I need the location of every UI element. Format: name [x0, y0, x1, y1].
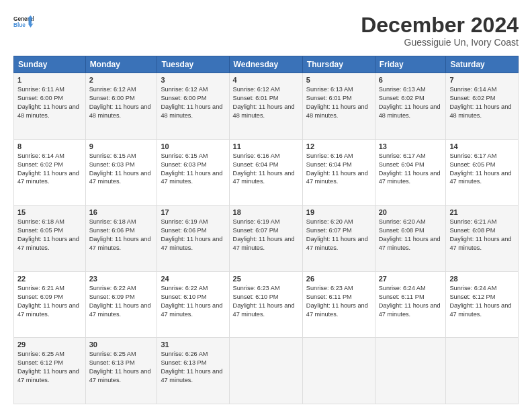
table-row: 14Sunrise: 6:17 AMSunset: 6:05 PMDayligh…: [446, 139, 519, 205]
svg-text:Blue: Blue: [13, 22, 26, 28]
logo-icon: General Blue: [13, 13, 34, 34]
day-number: 20: [379, 208, 443, 216]
logo: General Blue: [13, 13, 34, 34]
day-number: 31: [161, 340, 225, 349]
table-row: 31Sunrise: 6:26 AMSunset: 6:13 PMDayligh…: [157, 338, 229, 404]
day-number: 8: [17, 142, 82, 150]
calendar-body: 1Sunrise: 6:11 AMSunset: 6:00 PMDaylight…: [14, 73, 519, 404]
table-row: [375, 338, 446, 404]
day-number: 2: [89, 76, 154, 84]
day-info: Sunrise: 6:20 AMSunset: 6:08 PMDaylight:…: [379, 218, 443, 253]
table-row: 13Sunrise: 6:17 AMSunset: 6:04 PMDayligh…: [375, 139, 446, 205]
day-number: 3: [161, 76, 225, 84]
table-row: 27Sunrise: 6:24 AMSunset: 6:11 PMDayligh…: [375, 271, 446, 338]
day-info: Sunrise: 6:17 AMSunset: 6:05 PMDaylight:…: [449, 152, 515, 187]
day-number: 6: [379, 76, 443, 84]
day-number: 7: [449, 76, 515, 84]
day-info: Sunrise: 6:13 AMSunset: 6:01 PMDaylight:…: [306, 85, 371, 120]
day-number: 10: [161, 142, 225, 150]
col-monday: Monday: [85, 56, 157, 73]
day-info: Sunrise: 6:11 AMSunset: 6:00 PMDaylight:…: [17, 85, 82, 120]
day-info: Sunrise: 6:12 AMSunset: 6:00 PMDaylight:…: [89, 85, 154, 120]
day-info: Sunrise: 6:24 AMSunset: 6:11 PMDaylight:…: [379, 284, 443, 319]
day-info: Sunrise: 6:23 AMSunset: 6:11 PMDaylight:…: [306, 284, 371, 319]
day-info: Sunrise: 6:21 AMSunset: 6:08 PMDaylight:…: [449, 218, 515, 253]
day-number: 13: [379, 142, 443, 150]
day-info: Sunrise: 6:18 AMSunset: 6:06 PMDaylight:…: [89, 218, 154, 253]
table-row: 17Sunrise: 6:19 AMSunset: 6:06 PMDayligh…: [157, 205, 229, 272]
col-wednesday: Wednesday: [229, 56, 302, 73]
day-info: Sunrise: 6:21 AMSunset: 6:09 PMDaylight:…: [17, 284, 82, 319]
calendar-week-row: 8Sunrise: 6:14 AMSunset: 6:02 PMDaylight…: [14, 139, 519, 205]
table-row: 28Sunrise: 6:24 AMSunset: 6:12 PMDayligh…: [446, 271, 519, 338]
day-info: Sunrise: 6:16 AMSunset: 6:04 PMDaylight:…: [233, 152, 299, 187]
day-info: Sunrise: 6:13 AMSunset: 6:02 PMDaylight:…: [379, 85, 443, 120]
day-number: 28: [449, 275, 515, 283]
day-number: 12: [306, 142, 371, 150]
calendar-header-row: Sunday Monday Tuesday Wednesday Thursday…: [14, 56, 519, 73]
day-info: Sunrise: 6:20 AMSunset: 6:07 PMDaylight:…: [306, 218, 371, 253]
table-row: 1Sunrise: 6:11 AMSunset: 6:00 PMDaylight…: [14, 73, 86, 140]
table-row: 18Sunrise: 6:19 AMSunset: 6:07 PMDayligh…: [229, 205, 302, 272]
table-row: 8Sunrise: 6:14 AMSunset: 6:02 PMDaylight…: [14, 139, 86, 205]
title-block: December 2024 Guessiguie Un, Ivory Coast: [361, 13, 519, 48]
calendar-week-row: 22Sunrise: 6:21 AMSunset: 6:09 PMDayligh…: [14, 271, 519, 338]
day-info: Sunrise: 6:19 AMSunset: 6:07 PMDaylight:…: [233, 218, 299, 253]
day-info: Sunrise: 6:17 AMSunset: 6:04 PMDaylight:…: [379, 152, 443, 187]
table-row: 26Sunrise: 6:23 AMSunset: 6:11 PMDayligh…: [302, 271, 375, 338]
table-row: 15Sunrise: 6:18 AMSunset: 6:05 PMDayligh…: [14, 205, 86, 272]
day-number: 23: [89, 275, 154, 283]
day-info: Sunrise: 6:24 AMSunset: 6:12 PMDaylight:…: [449, 284, 515, 319]
day-info: Sunrise: 6:22 AMSunset: 6:10 PMDaylight:…: [161, 284, 225, 319]
day-info: Sunrise: 6:25 AMSunset: 6:13 PMDaylight:…: [89, 350, 154, 385]
table-row: 2Sunrise: 6:12 AMSunset: 6:00 PMDaylight…: [85, 73, 157, 140]
col-saturday: Saturday: [446, 56, 519, 73]
calendar-week-row: 1Sunrise: 6:11 AMSunset: 6:00 PMDaylight…: [14, 73, 519, 140]
table-row: [302, 338, 375, 404]
table-row: 24Sunrise: 6:22 AMSunset: 6:10 PMDayligh…: [157, 271, 229, 338]
day-number: 26: [306, 275, 371, 283]
day-info: Sunrise: 6:18 AMSunset: 6:05 PMDaylight:…: [17, 218, 82, 253]
col-friday: Friday: [375, 56, 446, 73]
page: General Blue December 2024 Guessiguie Un…: [0, 0, 532, 411]
day-number: 18: [233, 208, 299, 216]
table-row: 9Sunrise: 6:15 AMSunset: 6:03 PMDaylight…: [85, 139, 157, 205]
day-number: 15: [17, 208, 82, 216]
day-number: 14: [449, 142, 515, 150]
day-number: 29: [17, 340, 82, 349]
day-info: Sunrise: 6:22 AMSunset: 6:09 PMDaylight:…: [89, 284, 154, 319]
table-row: 4Sunrise: 6:12 AMSunset: 6:01 PMDaylight…: [229, 73, 302, 140]
table-row: 10Sunrise: 6:15 AMSunset: 6:03 PMDayligh…: [157, 139, 229, 205]
calendar-week-row: 29Sunrise: 6:25 AMSunset: 6:12 PMDayligh…: [14, 338, 519, 404]
day-info: Sunrise: 6:16 AMSunset: 6:04 PMDaylight:…: [306, 152, 371, 187]
table-row: 11Sunrise: 6:16 AMSunset: 6:04 PMDayligh…: [229, 139, 302, 205]
day-info: Sunrise: 6:15 AMSunset: 6:03 PMDaylight:…: [161, 152, 225, 187]
table-row: 29Sunrise: 6:25 AMSunset: 6:12 PMDayligh…: [14, 338, 86, 404]
day-number: 21: [449, 208, 515, 216]
day-number: 22: [17, 275, 82, 283]
day-info: Sunrise: 6:19 AMSunset: 6:06 PMDaylight:…: [161, 218, 225, 253]
day-number: 30: [89, 340, 154, 349]
day-number: 9: [89, 142, 154, 150]
day-info: Sunrise: 6:14 AMSunset: 6:02 PMDaylight:…: [17, 152, 82, 187]
day-number: 24: [161, 275, 225, 283]
table-row: 22Sunrise: 6:21 AMSunset: 6:09 PMDayligh…: [14, 271, 86, 338]
day-number: 1: [17, 76, 82, 84]
day-number: 11: [233, 142, 299, 150]
table-row: 25Sunrise: 6:23 AMSunset: 6:10 PMDayligh…: [229, 271, 302, 338]
table-row: 5Sunrise: 6:13 AMSunset: 6:01 PMDaylight…: [302, 73, 375, 140]
table-row: 3Sunrise: 6:12 AMSunset: 6:00 PMDaylight…: [157, 73, 229, 140]
day-info: Sunrise: 6:25 AMSunset: 6:12 PMDaylight:…: [17, 350, 82, 385]
col-thursday: Thursday: [302, 56, 375, 73]
table-row: 12Sunrise: 6:16 AMSunset: 6:04 PMDayligh…: [302, 139, 375, 205]
day-number: 4: [233, 76, 299, 84]
day-info: Sunrise: 6:26 AMSunset: 6:13 PMDaylight:…: [161, 350, 225, 385]
table-row: 7Sunrise: 6:14 AMSunset: 6:02 PMDaylight…: [446, 73, 519, 140]
table-row: 19Sunrise: 6:20 AMSunset: 6:07 PMDayligh…: [302, 205, 375, 272]
table-row: 6Sunrise: 6:13 AMSunset: 6:02 PMDaylight…: [375, 73, 446, 140]
day-number: 25: [233, 275, 299, 283]
table-row: 20Sunrise: 6:20 AMSunset: 6:08 PMDayligh…: [375, 205, 446, 272]
day-info: Sunrise: 6:14 AMSunset: 6:02 PMDaylight:…: [449, 85, 515, 120]
day-info: Sunrise: 6:15 AMSunset: 6:03 PMDaylight:…: [89, 152, 154, 187]
day-number: 17: [161, 208, 225, 216]
